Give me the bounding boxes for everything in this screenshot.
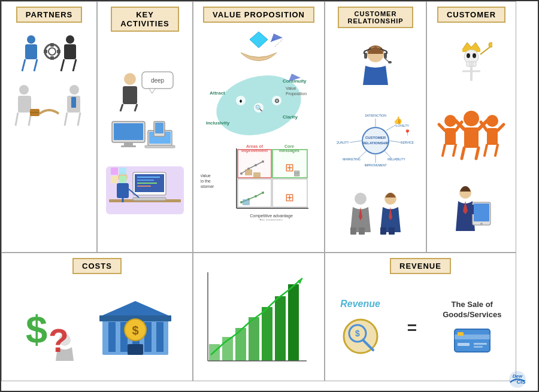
revenue-card-icon bbox=[453, 326, 492, 356]
svg-rect-99 bbox=[253, 172, 261, 178]
svg-rect-33 bbox=[114, 123, 143, 140]
svg-line-23 bbox=[78, 113, 80, 126]
partners-icons bbox=[13, 32, 85, 132]
svg-text:⊞: ⊞ bbox=[284, 162, 293, 174]
svg-line-131 bbox=[350, 141, 362, 142]
svg-point-10 bbox=[66, 35, 74, 44]
svg-rect-136 bbox=[359, 227, 365, 235]
svg-text:SATISFACTION: SATISFACTION bbox=[365, 114, 386, 117]
svg-text:⊞: ⊞ bbox=[284, 192, 293, 203]
svg-rect-38 bbox=[145, 145, 175, 148]
svg-rect-54 bbox=[111, 168, 118, 175]
svg-line-27 bbox=[120, 104, 123, 111]
customer-tablet-icon bbox=[447, 184, 495, 238]
svg-rect-106 bbox=[243, 199, 250, 205]
revenue-cell: REVENUE Revenue $ = The Sale of Goods/Se… bbox=[325, 253, 516, 381]
svg-line-28 bbox=[135, 104, 137, 111]
value-proposition-cell: VALUE PROPOSITION bbox=[193, 1, 325, 253]
business-canvas: PARTNERS bbox=[1, 1, 538, 391]
svg-text:Dew: Dew bbox=[513, 373, 523, 379]
customer-king-icon bbox=[450, 38, 492, 86]
value-prop-matrix-icon: Value to the customer Competitive advant… bbox=[201, 142, 317, 220]
svg-text:Competitive advantage: Competitive advantage bbox=[250, 214, 293, 218]
svg-point-115 bbox=[362, 127, 389, 154]
svg-text:🔍: 🔍 bbox=[255, 104, 263, 112]
svg-text:👍: 👍 bbox=[393, 116, 402, 124]
svg-rect-196 bbox=[249, 317, 259, 361]
svg-rect-211 bbox=[458, 332, 464, 336]
svg-point-5 bbox=[49, 48, 56, 55]
value-prop-diagram-icon: Attract Continuity Value Proposition Cla… bbox=[199, 65, 319, 142]
customer-rel-header: CUSTOMER RELATIONSHIP bbox=[338, 7, 413, 28]
revenue-sale-block: The Sale of Goods/Services bbox=[443, 300, 501, 356]
svg-line-165 bbox=[462, 148, 464, 159]
customer-service-icon bbox=[355, 43, 396, 91]
svg-line-12 bbox=[61, 59, 64, 71]
customer-celebrate-icon bbox=[435, 108, 507, 162]
partners-cell: PARTNERS bbox=[1, 1, 97, 253]
svg-rect-9 bbox=[57, 50, 60, 53]
svg-line-203 bbox=[298, 272, 308, 361]
svg-text:RELIABILITY: RELIABILITY bbox=[387, 157, 405, 161]
customer-rel-wheel-icon: CUSTOMER RELATIONSHIP SATISFACTION LOYAL… bbox=[337, 114, 414, 168]
value-prop-bottom-cell bbox=[193, 253, 325, 381]
svg-line-170 bbox=[498, 124, 504, 130]
svg-rect-1 bbox=[25, 44, 37, 59]
svg-rect-8 bbox=[44, 50, 47, 53]
value-prop-header: VALUE PROPOSITION bbox=[203, 7, 314, 23]
svg-text:Clarity: Clarity bbox=[283, 114, 298, 120]
svg-point-25 bbox=[124, 73, 136, 85]
customer-meeting-icon bbox=[340, 190, 411, 238]
svg-text:deep: deep bbox=[151, 77, 165, 84]
svg-text:improvement: improvement bbox=[241, 148, 268, 153]
svg-text:RELATIONSHIP: RELATIONSHIP bbox=[362, 141, 389, 145]
svg-point-14 bbox=[19, 85, 29, 95]
svg-rect-26 bbox=[123, 86, 137, 104]
svg-point-102 bbox=[240, 201, 243, 203]
key-activities-header: KEY ACTIVITIES bbox=[111, 7, 179, 32]
svg-line-3 bbox=[34, 59, 37, 71]
svg-rect-6 bbox=[50, 43, 54, 47]
svg-rect-168 bbox=[487, 128, 498, 145]
svg-marker-202 bbox=[298, 278, 302, 284]
svg-line-2 bbox=[22, 59, 25, 71]
svg-line-159 bbox=[443, 145, 445, 156]
svg-text:Core: Core bbox=[284, 144, 294, 148]
costs-question-icon: $ ? bbox=[20, 292, 86, 364]
svg-point-0 bbox=[27, 35, 35, 44]
customer-rel-images: CUSTOMER RELATIONSHIP SATISFACTION LOYAL… bbox=[337, 34, 414, 247]
svg-rect-156 bbox=[445, 128, 456, 145]
svg-point-104 bbox=[255, 195, 257, 197]
svg-text:Value: Value bbox=[286, 86, 296, 90]
costs-header: COSTS bbox=[72, 258, 122, 274]
svg-rect-15 bbox=[18, 96, 31, 113]
svg-text:Attract: Attract bbox=[210, 90, 225, 96]
svg-point-146 bbox=[473, 53, 476, 58]
partners-handshake-icon bbox=[13, 84, 85, 132]
svg-rect-56 bbox=[111, 176, 118, 183]
costs-cell: COSTS $ ? bbox=[1, 253, 193, 381]
svg-rect-55 bbox=[119, 168, 126, 175]
svg-line-157 bbox=[439, 124, 445, 130]
key-activities-person-icon: deep bbox=[112, 71, 178, 113]
costs-images: $ ? $ bbox=[20, 280, 174, 376]
key-activities-images: deep bbox=[101, 38, 189, 247]
svg-line-153 bbox=[480, 46, 491, 54]
customer-header: CUSTOMER bbox=[437, 7, 505, 23]
svg-line-166 bbox=[476, 148, 479, 159]
svg-text:▦: ▦ bbox=[293, 169, 299, 177]
svg-rect-197 bbox=[262, 307, 272, 361]
key-activities-devices-icon bbox=[109, 118, 181, 154]
svg-text:⚙: ⚙ bbox=[274, 98, 280, 104]
svg-rect-11 bbox=[64, 44, 76, 59]
svg-text:messages: messages bbox=[279, 148, 299, 153]
svg-rect-199 bbox=[288, 284, 299, 361]
customer-relationship-cell: CUSTOMER RELATIONSHIP bbox=[325, 1, 426, 253]
svg-line-127 bbox=[389, 141, 401, 142]
customer-images bbox=[435, 29, 507, 247]
svg-text:$: $ bbox=[26, 308, 47, 351]
svg-rect-35 bbox=[121, 145, 136, 147]
svg-text:📍: 📍 bbox=[404, 129, 411, 136]
svg-rect-176 bbox=[474, 203, 489, 221]
svg-text:$: $ bbox=[355, 329, 360, 338]
